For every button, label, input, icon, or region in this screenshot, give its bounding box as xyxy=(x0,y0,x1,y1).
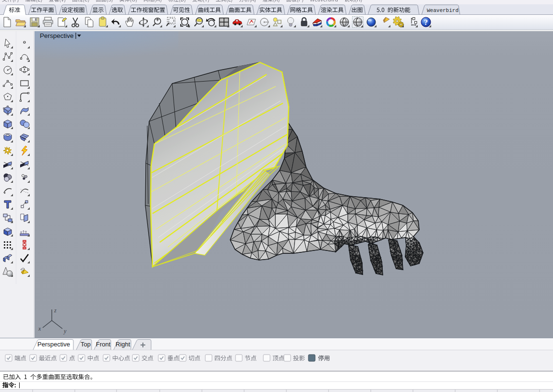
svg-text:Weaverbird: Weaverbird xyxy=(427,8,459,13)
svg-text:x: x xyxy=(38,325,41,332)
svg-text:Front: Front xyxy=(96,341,111,348)
svg-text:Perspective: Perspective xyxy=(37,341,70,348)
svg-text:z: z xyxy=(54,307,57,314)
svg-text:Right: Right xyxy=(116,341,130,348)
svg-text:Perspective: Perspective xyxy=(40,32,74,39)
svg-text:y: y xyxy=(63,328,67,334)
svg-text:Top: Top xyxy=(81,341,91,348)
svg-text:?: ? xyxy=(424,18,428,26)
